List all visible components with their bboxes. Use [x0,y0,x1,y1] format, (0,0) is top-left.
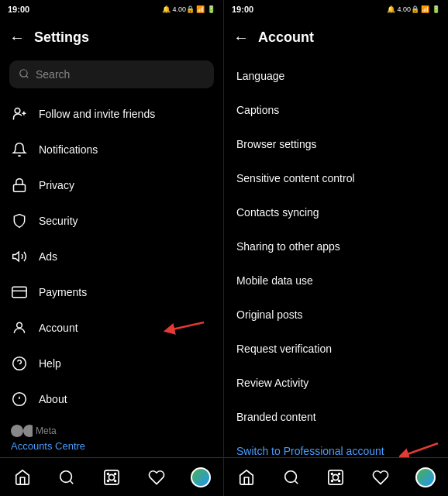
settings-title: Settings [34,29,89,46]
account-menu-captions[interactable]: Captions [224,93,448,127]
captions-label: Captions [236,104,279,116]
svg-point-30 [107,480,109,481]
bell-icon [11,141,28,158]
account-menu-review-activity[interactable]: Review Activity [224,366,448,400]
credit-card-icon [11,284,28,301]
back-button-left[interactable]: ← [9,29,25,46]
bottom-nav-right [224,457,448,496]
svg-point-38 [332,473,333,474]
nav-reels-left[interactable] [96,462,127,493]
meta-logo: Meta [11,425,212,437]
sharing-label: Sharing to other apps [236,240,340,253]
account-title: Account [258,29,314,46]
status-bar-right: 19:00 🔔 4.00🔒 📶 🔋 [224,0,448,19]
menu-item-help[interactable]: Help [0,346,223,381]
nav-heart-left[interactable] [141,462,172,493]
svg-line-25 [71,480,74,484]
account-menu-branded[interactable]: Branded content [224,400,448,434]
panel-footer: Meta Accounts Centre [0,418,223,457]
status-time-left: 19:00 [8,5,29,14]
account-menu-sensitive[interactable]: Sensitive content control [224,161,448,195]
megaphone-icon [11,248,28,265]
menu-item-ads[interactable]: Ads [0,239,223,274]
svg-line-9 [169,322,204,330]
account-menu-switch-pro[interactable]: Switch to Professional account [224,434,448,457]
account-label: Account [39,322,78,334]
svg-rect-5 [12,287,26,297]
request-verification-label: Request verification [236,343,332,355]
privacy-label: Privacy [39,179,74,191]
sensitive-label: Sensitive content control [236,172,355,184]
svg-marker-4 [13,252,19,261]
search-placeholder: Search [36,68,70,81]
left-panel: 19:00 🔔 4.00🔒 📶 🔋 ← Settings Search Foll… [0,0,224,496]
svg-point-29 [115,473,116,474]
nav-reels-right[interactable] [320,462,351,493]
shield-icon [11,212,28,229]
payments-label: Payments [39,286,87,298]
language-label: Language [236,70,284,82]
menu-item-account[interactable]: Account [0,310,223,346]
svg-line-1 [26,75,29,78]
account-menu-mobile-data[interactable]: Mobile data use [224,264,448,298]
svg-point-0 [20,69,27,76]
nav-search-left[interactable] [51,462,82,493]
svg-rect-36 [329,470,343,484]
account-menu-sharing[interactable]: Sharing to other apps [224,229,448,264]
nav-search-right[interactable] [276,462,307,493]
settings-header: ← Settings [0,19,223,56]
bottom-nav-left [0,457,223,496]
svg-point-28 [107,473,109,474]
nav-profile-right[interactable] [410,462,441,493]
account-menu-contacts[interactable]: Contacts syncing [224,195,448,229]
menu-item-follow[interactable]: Follow and invite friends [0,96,223,132]
nav-home-left[interactable] [7,462,38,493]
svg-point-31 [115,480,116,481]
settings-menu-list: Follow and invite friends Notifications … [0,93,223,418]
menu-item-theme[interactable]: Theme [0,417,223,418]
status-icons-right: 🔔 4.00🔒 📶 🔋 [387,5,440,13]
nav-home-right[interactable] [231,462,262,493]
menu-item-privacy[interactable]: Privacy [0,167,223,203]
search-bar[interactable]: Search [9,60,214,88]
account-red-arrow [161,315,208,341]
profile-avatar-left [191,467,211,487]
nav-heart-right[interactable] [365,462,396,493]
about-icon [11,391,28,408]
svg-rect-26 [105,470,119,484]
review-activity-label: Review Activity [236,377,308,389]
contacts-label: Contacts syncing [236,206,319,219]
meta-label: Meta [36,425,57,436]
lock-icon [11,177,28,194]
svg-point-24 [60,470,72,482]
person-add-icon [11,105,28,122]
menu-item-notifications[interactable]: Notifications [0,132,223,167]
about-label: About [39,393,67,405]
svg-point-39 [339,473,340,474]
account-menu-browser[interactable]: Browser settings [224,127,448,161]
menu-item-security[interactable]: Security [0,203,223,239]
back-button-right[interactable]: ← [233,29,249,46]
accounts-centre-link[interactable]: Accounts Centre [11,440,85,452]
menu-item-payments[interactable]: Payments [0,274,223,310]
nav-profile-left[interactable] [185,462,216,493]
status-bar-left: 19:00 🔔 4.00🔒 📶 🔋 [0,0,223,19]
branded-label: Branded content [236,411,316,423]
account-menu-request-verification[interactable]: Request verification [224,332,448,366]
security-label: Security [39,215,78,227]
original-posts-label: Original posts [236,308,303,321]
svg-line-33 [403,443,438,456]
help-icon [11,355,28,372]
account-menu-original-posts[interactable]: Original posts [224,298,448,332]
svg-line-35 [295,480,298,484]
switch-pro-red-arrow [399,439,442,457]
status-icons-left: 🔔 4.00🔒 📶 🔋 [162,5,215,13]
right-panel: 19:00 🔔 4.00🔒 📶 🔋 ← Account Language Cap… [224,0,448,496]
browser-label: Browser settings [236,138,316,150]
svg-point-2 [15,108,20,114]
menu-item-about[interactable]: About [0,381,223,417]
account-menu-language[interactable]: Language [224,59,448,93]
account-header: ← Account [224,19,448,56]
mobile-data-label: Mobile data use [236,274,313,287]
profile-avatar-right [415,467,436,487]
